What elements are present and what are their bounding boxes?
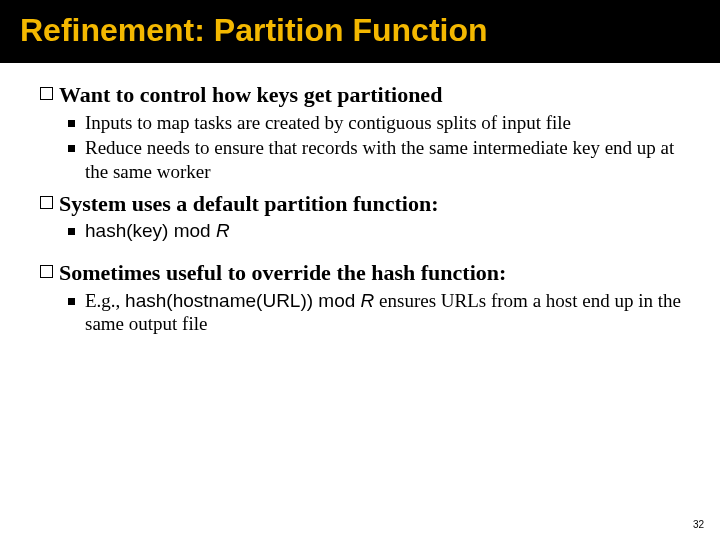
bullet-text: Want to control how keys get partitioned (59, 81, 690, 109)
bullet-text: E.g., hash(hostname(URL)) mod R ensures … (85, 289, 690, 337)
slide-title: Refinement: Partition Function (0, 0, 720, 63)
text-prefix: E.g., (85, 290, 125, 311)
bullet-l2: Reduce needs to ensure that records with… (68, 136, 690, 184)
slide-body: Want to control how keys get partitioned… (0, 63, 720, 336)
bullet-l1: Sometimes useful to override the hash fu… (40, 259, 690, 287)
bullet-l1: Want to control how keys get partitioned (40, 81, 690, 109)
bullet-l2: Inputs to map tasks are created by conti… (68, 111, 690, 135)
square-bullet-icon (40, 265, 53, 278)
filled-square-icon (68, 228, 75, 235)
code-text-italic: R (361, 290, 375, 311)
filled-square-icon (68, 145, 75, 152)
code-text: hash(key) mod (85, 220, 216, 241)
bullet-l2: hash(key) mod R (68, 219, 690, 243)
filled-square-icon (68, 298, 75, 305)
bullet-text: hash(key) mod R (85, 219, 690, 243)
code-text-italic: R (216, 220, 230, 241)
bullet-text: Reduce needs to ensure that records with… (85, 136, 690, 184)
square-bullet-icon (40, 87, 53, 100)
page-number: 32 (693, 519, 704, 530)
filled-square-icon (68, 120, 75, 127)
bullet-text: Sometimes useful to override the hash fu… (59, 259, 690, 287)
spacer (40, 243, 690, 253)
bullet-text: System uses a default partition function… (59, 190, 690, 218)
bullet-l1: System uses a default partition function… (40, 190, 690, 218)
bullet-text: Inputs to map tasks are created by conti… (85, 111, 690, 135)
square-bullet-icon (40, 196, 53, 209)
bullet-l2: E.g., hash(hostname(URL)) mod R ensures … (68, 289, 690, 337)
code-text: hash(hostname(URL)) mod (125, 290, 360, 311)
